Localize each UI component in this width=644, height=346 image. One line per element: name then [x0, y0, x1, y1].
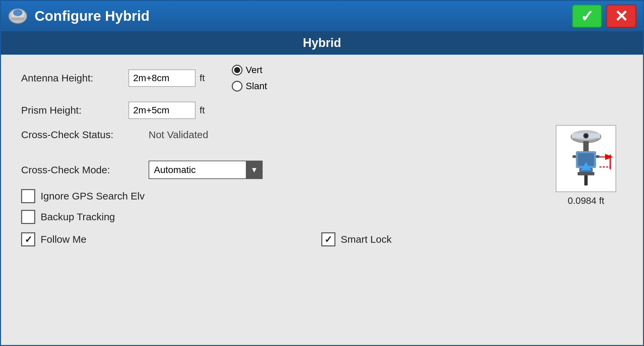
radio-vert-circle[interactable]	[232, 65, 243, 75]
device-measurement: 0.0984 ft	[568, 195, 604, 206]
backup-tracking-checkbox[interactable]	[21, 210, 35, 224]
cancel-button[interactable]: ✕	[606, 4, 636, 28]
bottom-row: Follow Me Smart Lock	[21, 232, 623, 246]
prism-height-label: Prism Height:	[21, 105, 128, 116]
svg-point-3	[13, 9, 22, 16]
prism-height-row: Prism Height: ft	[21, 102, 623, 119]
svg-rect-12	[573, 155, 576, 158]
follow-me-row: Follow Me	[21, 232, 87, 246]
ignore-gps-row: Ignore GPS Search Elv	[21, 189, 623, 203]
backup-tracking-row: Backup Tracking	[21, 210, 623, 224]
device-image-container: 0.0984 ft	[556, 125, 616, 206]
follow-me-label: Follow Me	[41, 234, 87, 245]
svg-point-8	[584, 134, 588, 137]
cross-check-status-value: Not Validated	[149, 129, 208, 140]
device-box	[556, 125, 616, 192]
svg-rect-2	[11, 17, 24, 20]
ignore-gps-checkbox[interactable]	[21, 189, 35, 203]
smart-lock-row: Smart Lock	[321, 232, 392, 246]
radio-vert[interactable]: Vert	[232, 65, 267, 75]
main-window: Configure Hybrid ✓ ✕ Hybrid Antenna Heig…	[0, 0, 644, 346]
ok-button[interactable]: ✓	[572, 4, 602, 28]
spacer	[21, 151, 623, 161]
content-area: Antenna Height: ft Vert Slant Prism Heig…	[1, 55, 643, 345]
cross-check-mode-dropdown-wrapper: Automatic Manual	[149, 161, 263, 179]
smart-lock-label: Smart Lock	[341, 234, 392, 245]
svg-rect-15	[578, 172, 594, 175]
follow-me-checkbox[interactable]	[21, 232, 35, 246]
antenna-height-unit: ft	[200, 73, 205, 83]
prism-height-unit: ft	[200, 105, 205, 116]
smart-lock-checkbox[interactable]	[321, 232, 335, 246]
antenna-height-input[interactable]	[128, 69, 196, 87]
window-title: Configure Hybrid	[35, 8, 572, 24]
svg-rect-19	[609, 155, 611, 169]
cross-check-mode-label: Cross-Check Mode:	[21, 164, 128, 176]
antenna-height-label: Antenna Height:	[21, 72, 128, 84]
device-illustration	[559, 128, 613, 189]
cancel-x: ✕	[614, 7, 628, 25]
svg-rect-9	[583, 141, 589, 151]
prism-height-input[interactable]	[128, 102, 196, 119]
radio-slant[interactable]: Slant	[232, 81, 267, 92]
ignore-gps-label: Ignore GPS Search Elv	[41, 190, 145, 202]
section-header: Hybrid	[1, 31, 643, 55]
section-title: Hybrid	[303, 36, 341, 50]
radio-slant-label: Slant	[246, 81, 267, 92]
cross-check-mode-row: Cross-Check Mode: Automatic Manual	[21, 161, 623, 179]
antenna-height-row: Antenna Height: ft Vert Slant	[21, 65, 623, 92]
cross-check-status-label: Cross-Check Status:	[21, 129, 128, 140]
radio-vert-label: Vert	[246, 65, 263, 75]
measurement-type-group: Vert Slant	[232, 65, 267, 92]
helmet-icon	[8, 6, 28, 26]
svg-rect-13	[596, 155, 599, 158]
svg-rect-16	[584, 175, 588, 185]
ok-checkmark: ✓	[580, 7, 594, 25]
backup-tracking-label: Backup Tracking	[41, 211, 115, 223]
title-buttons: ✓ ✕	[572, 4, 636, 28]
title-bar: Configure Hybrid ✓ ✕	[1, 1, 643, 31]
cross-check-status-row: Cross-Check Status: Not Validated	[21, 129, 623, 140]
radio-slant-circle[interactable]	[232, 81, 243, 92]
cross-check-mode-select[interactable]: Automatic Manual	[149, 161, 263, 179]
